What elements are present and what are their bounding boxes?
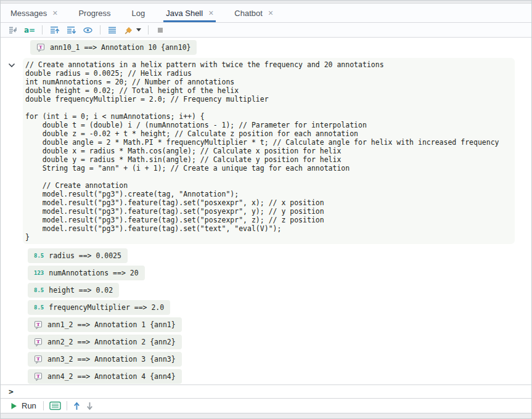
move-up-button[interactable] (47, 23, 62, 37)
result-text: radius ==> 0.0025 (49, 251, 121, 260)
shell-toolbar: a= (1, 23, 531, 38)
code-line: model.result("pg3").feature(tag).set("po… (25, 198, 515, 207)
prompt-symbol: > (9, 387, 14, 396)
code-line: double height = 0.02; // Total height of… (25, 86, 515, 95)
code-line: double frequencyMultiplier = 2.0; // Fre… (25, 95, 515, 104)
code-line: double x = radius * Math.cos(angle); // … (25, 147, 515, 155)
run-bar-separator (43, 401, 44, 410)
clear-shell-button[interactable] (121, 23, 144, 37)
run-button[interactable]: Run (7, 399, 40, 413)
result-bubble: T ann2_2 ==> Annotation 2 {ann2} (28, 335, 182, 349)
tab-close-icon[interactable]: × (268, 9, 273, 17)
move-down-button[interactable] (63, 23, 79, 37)
prompt-row[interactable]: > (1, 384, 531, 398)
code-line (25, 173, 515, 181)
annotation-icon: T (34, 320, 43, 330)
result-bubble: T ann1_2 ==> Annotation 1 {ann1} (28, 317, 182, 332)
tab-bar: Messages × Progress Log Java Shell × Cha… (1, 4, 531, 23)
double-type-icon: 8.5 (34, 304, 44, 311)
double-type-icon: 8.5 (34, 253, 44, 259)
code-line: } (25, 233, 515, 242)
result-bubble: T ann4_2 ==> Annotation 4 {ann4} (28, 369, 182, 384)
annotation-icon: T (34, 320, 43, 330)
tab-label: Messages (10, 9, 47, 18)
lines-down-arrow-icon (66, 25, 76, 35)
tab-java-shell[interactable]: Java Shell × (163, 4, 216, 22)
code-line: double angle = 2 * Math.PI * frequencyMu… (25, 138, 515, 147)
stop-button (153, 23, 168, 37)
code-line: // Create annotations in a helix pattern… (25, 60, 515, 69)
result-bubble: 8.5 height ==> 0.02 (28, 283, 119, 298)
toolbar-separator (42, 25, 43, 35)
down-arrow-icon (86, 401, 94, 411)
show-variables-icon: a= (24, 26, 35, 35)
console-output-area[interactable]: T ann10_1 ==> Annotation 10 {ann10} // C… (1, 38, 531, 384)
annotation-icon: T (36, 43, 45, 52)
result-text: frequencyMultiplier ==> 2.0 (49, 303, 164, 312)
double-type-icon: 8.5 (34, 287, 44, 293)
eye-icon (83, 25, 93, 35)
code-line: int numAnnotations = 20; // Number of an… (25, 78, 515, 86)
result-text: height ==> 0.02 (49, 286, 113, 295)
java-shell-window: Messages × Progress Log Java Shell × Cha… (0, 0, 532, 419)
toolbar-separator (100, 25, 100, 35)
result-bubble: 123 numAnnotations ==> 20 (28, 266, 145, 280)
list-icon (107, 25, 117, 35)
result-bubble: T ann3_2 ==> Annotation 3 {ann3} (28, 352, 182, 367)
annotation-icon: T (34, 355, 43, 364)
run-button-label: Run (22, 401, 36, 410)
history-up-button[interactable] (70, 399, 83, 413)
result-text: numAnnotations ==> 20 (49, 269, 138, 277)
lines-return-arrow-icon (8, 25, 18, 35)
code-line: model.result("pg3").feature(tag).set("po… (25, 216, 515, 224)
result-bubble: 8.5 radius ==> 0.0025 (28, 248, 128, 263)
annotation-icon: T (36, 43, 45, 52)
code-line: String tag = "ann" + (i + 1); // Create … (25, 164, 515, 173)
int-type-icon: 123 (34, 270, 44, 276)
history-result-text: ann10_1 ==> Annotation 10 {ann10} (50, 43, 190, 52)
stop-icon (155, 25, 165, 35)
tab-label: Progress (78, 9, 110, 18)
code-line: double y = radius * Math.sin(angle); // … (25, 155, 515, 164)
play-icon (10, 402, 17, 410)
annotation-icon: T (34, 372, 43, 381)
code-line: // Create annotation (25, 181, 515, 190)
result-text: ann1_2 ==> Annotation 1 {ann1} (47, 320, 176, 329)
tab-progress[interactable]: Progress (76, 4, 113, 22)
code-block: // Create annotations in a helix pattern… (23, 58, 515, 244)
code-line: double t = (double) i / (numAnnotations … (25, 121, 515, 129)
auto-scroll-button[interactable] (6, 23, 20, 37)
annotation-icon: T (34, 372, 43, 381)
tab-close-icon[interactable]: × (52, 9, 57, 17)
tab-log[interactable]: Log (129, 4, 147, 22)
svg-text:T: T (36, 321, 40, 327)
broom-icon (123, 25, 133, 35)
show-output-button[interactable] (80, 23, 96, 37)
code-line: model.result("pg3").feature(tag).set("te… (25, 224, 515, 233)
annotation-icon: T (34, 338, 43, 347)
tab-messages[interactable]: Messages × (8, 4, 60, 22)
code-line: for (int i = 0; i < numAnnotations; i++)… (25, 112, 515, 121)
tab-chatbot[interactable]: Chatbot × (232, 4, 276, 22)
console-lines-button[interactable] (47, 399, 63, 413)
run-bar-separator (67, 401, 67, 410)
result-text: ann2_2 ==> Annotation 2 {ann2} (47, 338, 176, 346)
history-down-button[interactable] (83, 399, 96, 413)
lines-up-arrow-icon (49, 25, 60, 35)
code-line: model.result("pg3").create(tag, "Annotat… (25, 190, 515, 198)
dropdown-arrow-icon[interactable] (136, 28, 141, 31)
svg-text:T: T (36, 356, 40, 362)
toolbar-separator (148, 25, 149, 35)
annotation-icon: T (34, 338, 43, 347)
show-variables-button[interactable]: a= (22, 23, 38, 37)
tab-label: Chatbot (234, 9, 263, 18)
code-line (25, 104, 515, 112)
tab-close-icon[interactable]: × (208, 9, 213, 17)
collapse-chevron-icon[interactable] (7, 62, 16, 69)
history-result-bubble: T ann10_1 ==> Annotation 10 {ann10} (30, 40, 197, 55)
result-text: ann4_2 ==> Annotation 4 {ann4} (47, 372, 176, 381)
result-bubble: 8.5 frequencyMultiplier ==> 2.0 (28, 300, 170, 315)
annotation-icon: T (34, 355, 43, 364)
up-arrow-icon (73, 401, 81, 411)
list-button[interactable] (105, 23, 120, 37)
